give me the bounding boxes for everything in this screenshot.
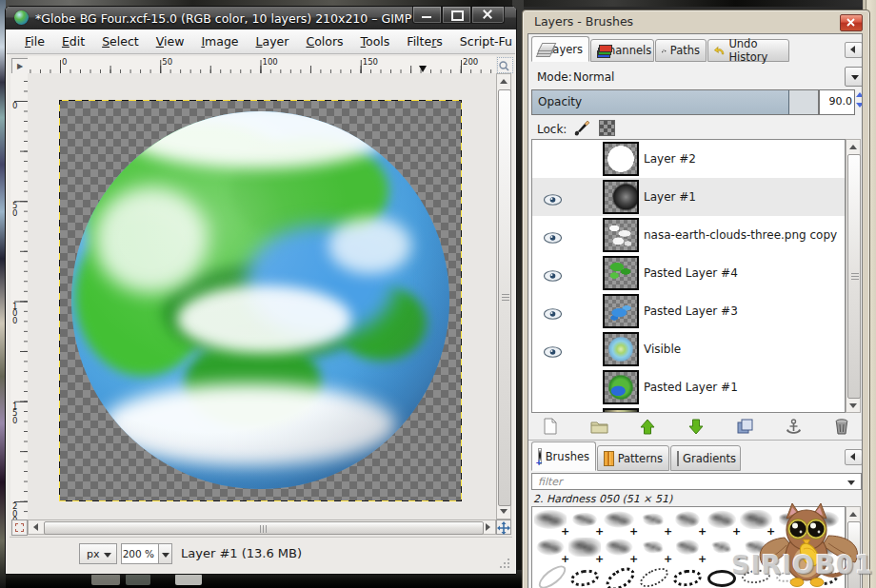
- tab-patterns[interactable]: Patterns: [597, 445, 669, 471]
- scroll-down-icon[interactable]: [849, 403, 857, 408]
- scroll-down-icon[interactable]: [500, 509, 508, 514]
- layer-thumbnail[interactable]: [603, 218, 639, 252]
- layer-row-visible[interactable]: Visible: [532, 330, 845, 368]
- new-layer-button[interactable]: [536, 416, 565, 437]
- close-button[interactable]: [471, 7, 505, 24]
- unit-dropdown[interactable]: px: [79, 543, 117, 564]
- tab-undo-history[interactable]: Undo History: [707, 39, 789, 62]
- menu-layer[interactable]: Layer: [248, 30, 298, 52]
- brush-plus-mark: +: [629, 556, 638, 563]
- brush-item[interactable]: [535, 561, 569, 588]
- quick-mask-button[interactable]: [11, 519, 28, 536]
- tab-brushes[interactable]: Brushes: [531, 441, 596, 471]
- menu-image[interactable]: Image: [192, 30, 247, 52]
- brush-plus-mark: +: [561, 556, 569, 563]
- ruler-number: 150: [363, 57, 378, 67]
- title-bar[interactable]: *Globe BG Four.xcf-15.0 (RGB color, 10 l…: [6, 7, 516, 29]
- canvas-viewport[interactable]: [28, 73, 496, 519]
- layer-thumbnail[interactable]: [603, 142, 639, 176]
- visibility-eye-icon[interactable]: [544, 267, 562, 285]
- zoom-dropdown-button[interactable]: [158, 543, 172, 564]
- visibility-eye-icon[interactable]: [544, 305, 562, 323]
- scroll-left-icon[interactable]: [33, 523, 38, 531]
- layer-row-pasted-layer-1[interactable]: Pasted Layer #1: [532, 368, 845, 406]
- opacity-value-input[interactable]: 90.0: [819, 89, 855, 115]
- anchor-layer-button[interactable]: [779, 416, 807, 437]
- brush-item[interactable]: [672, 568, 703, 588]
- layer-thumbnail[interactable]: [603, 408, 639, 413]
- layer-row-pasted-layer-3[interactable]: Pasted Layer #3: [532, 292, 845, 330]
- canvas-checkerboard[interactable]: [60, 101, 461, 500]
- layer-thumbnail[interactable]: [603, 294, 639, 328]
- taskbar-item[interactable]: [175, 574, 202, 585]
- menu-tools[interactable]: Tools: [352, 30, 399, 52]
- menu-colors[interactable]: Colors: [297, 30, 351, 52]
- tab-paths[interactable]: Paths: [655, 39, 707, 62]
- horizontal-scroll-thumb[interactable]: [44, 521, 484, 535]
- lower-layer-button[interactable]: [682, 416, 710, 437]
- duplicate-layer-button[interactable]: [730, 416, 759, 437]
- scroll-right-icon[interactable]: [486, 523, 490, 531]
- menu-file[interactable]: File: [16, 30, 53, 52]
- layer-thumbnail[interactable]: [603, 256, 639, 290]
- lock-alpha-icon[interactable]: [599, 120, 615, 136]
- layer-thumbnail[interactable]: [603, 370, 639, 404]
- resize-grip[interactable]: [499, 558, 510, 569]
- delete-layer-button[interactable]: [827, 416, 856, 437]
- vertical-scroll-thumb[interactable]: [498, 89, 511, 506]
- visibility-eye-icon[interactable]: [544, 229, 562, 247]
- menu-scriptfu[interactable]: Script-Fu: [451, 30, 521, 52]
- vertical-ruler[interactable]: 050100150200: [10, 73, 29, 519]
- menu-filters[interactable]: Filters: [398, 30, 450, 52]
- menu-edit[interactable]: Edit: [53, 30, 93, 52]
- spin-down-icon[interactable]: [856, 103, 863, 108]
- brush-item[interactable]: [569, 568, 600, 588]
- opacity-slider-handle[interactable]: [788, 90, 789, 114]
- opacity-spinner[interactable]: [855, 89, 863, 115]
- raise-layer-button[interactable]: [633, 416, 662, 437]
- dialog-close-button[interactable]: [840, 14, 863, 31]
- horizontal-scrollbar[interactable]: [28, 519, 496, 535]
- layer-list-scrollbar[interactable]: [846, 139, 861, 413]
- opacity-slider[interactable]: Opacity: [531, 89, 819, 115]
- layer-thumbnail[interactable]: [603, 332, 639, 366]
- scroll-thumb[interactable]: [847, 154, 861, 399]
- layer-row-layer-1[interactable]: Layer #1: [532, 178, 845, 216]
- layer-row-partial[interactable]: [532, 406, 845, 413]
- tab-channels[interactable]: Channels: [590, 39, 654, 62]
- brush-filter-input[interactable]: filter: [531, 473, 862, 490]
- mode-value[interactable]: Normal: [573, 70, 614, 84]
- new-group-button[interactable]: [585, 416, 613, 437]
- dock-collapse-button[interactable]: [845, 42, 863, 58]
- layer-row-nasa-earth-clouds-three-png-copy[interactable]: nasa-earth-clouds-three.png copy: [532, 216, 845, 254]
- minimize-button[interactable]: [412, 7, 442, 24]
- layer-row-layer-2[interactable]: Layer #2: [532, 140, 845, 178]
- lock-pixels-brush-icon[interactable]: [572, 119, 591, 137]
- tab-layers[interactable]: Layers: [531, 36, 589, 62]
- zoom-follow-button[interactable]: [497, 57, 513, 73]
- visibility-eye-icon[interactable]: [544, 191, 562, 209]
- taskbar-item[interactable]: [91, 574, 120, 585]
- brush-item[interactable]: [637, 564, 671, 588]
- layer-name: Layer #2: [644, 152, 696, 166]
- brush-item[interactable]: [602, 563, 638, 588]
- taskbar-item[interactable]: [126, 574, 150, 585]
- scroll-up-icon[interactable]: [849, 145, 857, 149]
- tab-gradients[interactable]: Gradients: [670, 445, 741, 471]
- navigation-button[interactable]: [496, 519, 511, 535]
- layer-name: Visible: [644, 343, 681, 356]
- menu-select[interactable]: Select: [93, 30, 148, 52]
- layer-row-pasted-layer-4[interactable]: Pasted Layer #4: [532, 254, 845, 292]
- dock-collapse-button[interactable]: [845, 449, 863, 465]
- visibility-eye-icon[interactable]: [544, 343, 562, 362]
- layer-thumbnail[interactable]: [603, 180, 639, 214]
- maximize-button[interactable]: [442, 7, 471, 24]
- minimize-icon: [422, 16, 431, 18]
- spin-up-icon[interactable]: [856, 92, 863, 97]
- horizontal-ruler[interactable]: 050100150200: [28, 56, 496, 74]
- mode-dropdown-button[interactable]: [845, 67, 863, 87]
- zoom-level-input[interactable]: 200 %: [121, 543, 159, 564]
- scroll-up-icon[interactable]: [500, 79, 508, 84]
- vertical-scrollbar[interactable]: [496, 73, 511, 519]
- menu-view[interactable]: View: [148, 30, 193, 52]
